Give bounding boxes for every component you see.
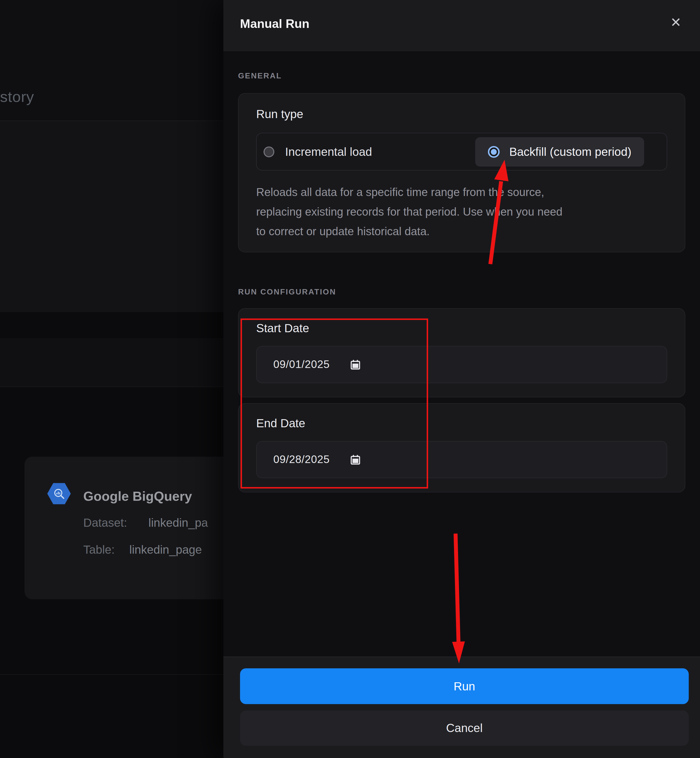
cancel-button[interactable]: Cancel <box>240 711 689 746</box>
calendar-icon[interactable] <box>350 359 361 370</box>
table-label: Table: <box>83 543 115 556</box>
drawer-footer: Run Cancel <box>223 656 700 758</box>
end-date-card: End Date 09/28/2025 <box>238 403 685 492</box>
end-date-input[interactable]: 09/28/2025 <box>256 441 667 478</box>
background-page-header: story <box>0 0 223 121</box>
section-run-configuration-label: RUN CONFIGURATION <box>238 288 700 297</box>
history-tab-fragment[interactable]: story <box>0 88 34 106</box>
table-value: linkedin_page <box>129 543 202 556</box>
run-type-description: Reloads all data for a specific time ran… <box>256 182 667 241</box>
bigquery-title: Google BigQuery <box>83 489 192 504</box>
option-incremental-label: Incremental load <box>285 145 372 158</box>
calendar-icon[interactable] <box>350 454 361 465</box>
radio-unselected-icon[interactable] <box>264 146 274 157</box>
manual-run-drawer: Manual Run ✕ GENERAL Run type Incrementa… <box>223 0 700 758</box>
option-incremental-load[interactable]: Incremental load <box>264 145 372 158</box>
start-date-input[interactable]: 09/01/2025 <box>256 346 667 383</box>
background-page: story Google BigQuery Dataset: linkedin_… <box>0 0 223 758</box>
start-date-card: Start Date 09/01/2025 <box>238 308 685 397</box>
run-type-label: Run type <box>256 107 667 121</box>
screen: story Google BigQuery Dataset: linkedin_… <box>0 0 700 758</box>
dataset-label: Dataset: <box>83 516 127 530</box>
drawer-title: Manual Run <box>240 17 309 31</box>
drawer-body: GENERAL Run type Incremental load Backfi… <box>223 52 700 656</box>
background-panel-upper <box>0 121 223 312</box>
background-divider <box>0 674 223 675</box>
description-line: replacing existing records for that peri… <box>256 202 667 222</box>
radio-selected-icon[interactable] <box>488 146 499 158</box>
end-date-value[interactable]: 09/28/2025 <box>273 453 330 466</box>
section-general-label: GENERAL <box>238 52 700 80</box>
bigquery-destination-card: Google BigQuery Dataset: linkedin_pa Tab… <box>25 457 223 599</box>
run-type-radio-group: Incremental load Backfill (custom period… <box>256 133 667 170</box>
drawer-header: Manual Run ✕ <box>223 0 700 52</box>
start-date-value[interactable]: 09/01/2025 <box>273 358 330 371</box>
close-icon[interactable]: ✕ <box>670 16 681 30</box>
background-panel-mid <box>0 338 223 387</box>
description-line: Reloads all data for a specific time ran… <box>256 182 667 202</box>
option-backfill[interactable]: Backfill (custom period) <box>475 137 644 166</box>
description-line: to correct or update historical data. <box>256 222 667 241</box>
dataset-value: linkedin_pa <box>148 516 208 530</box>
run-type-card: Run type Incremental load Backfill (cust… <box>238 93 685 252</box>
start-date-label: Start Date <box>256 322 667 335</box>
run-button[interactable]: Run <box>240 668 689 704</box>
option-backfill-label: Backfill (custom period) <box>509 145 631 158</box>
end-date-label: End Date <box>256 416 667 430</box>
bigquery-icon <box>47 483 71 505</box>
